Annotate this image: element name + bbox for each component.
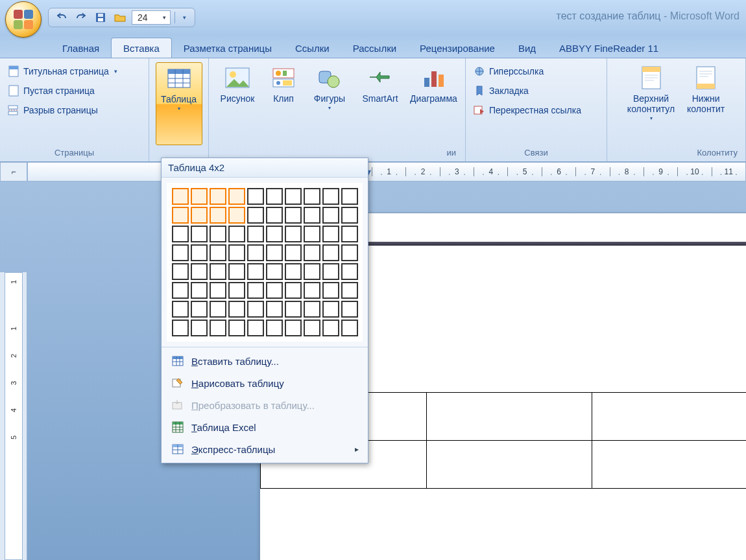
crossref-button[interactable]: Перекрестная ссылка [471, 102, 584, 118]
table-menu-item-4[interactable]: Экспресс-таблицы▸ [162, 438, 368, 460]
table-menu-item-3[interactable]: Таблица Excel [162, 416, 368, 438]
doc-table-cell[interactable] [592, 441, 746, 489]
table-grid-cell[interactable] [247, 226, 264, 242]
open-button[interactable] [112, 10, 128, 25]
doc-table-cell[interactable] [426, 393, 592, 441]
table-grid-cell[interactable] [341, 226, 358, 242]
table-menu-item-0[interactable]: Вставить таблицу... [162, 350, 368, 372]
table-grid-cell[interactable] [210, 301, 226, 318]
table-grid-cell[interactable] [228, 263, 245, 280]
table-grid-cell[interactable] [228, 282, 245, 299]
table-grid-cell[interactable] [266, 263, 283, 280]
tab-home[interactable]: Главная [51, 38, 111, 58]
tab-mailings[interactable]: Рассылки [341, 38, 408, 58]
table-grid-cell[interactable] [285, 282, 302, 299]
table-grid-cell[interactable] [210, 320, 226, 336]
table-grid-cell[interactable] [210, 282, 226, 299]
table-grid-cell[interactable] [191, 207, 208, 224]
ruler-corner[interactable]: ⌐ [0, 162, 27, 181]
table-grid-cell[interactable] [304, 282, 320, 299]
tab-insert[interactable]: Вставка [111, 38, 172, 58]
table-grid-cell[interactable] [210, 188, 226, 205]
table-grid-cell[interactable] [341, 207, 358, 224]
table-grid-cell[interactable] [285, 226, 302, 242]
table-grid-cell[interactable] [322, 226, 339, 242]
tab-page-layout[interactable]: Разметка страницы [172, 38, 283, 58]
table-grid-cell[interactable] [247, 301, 264, 318]
table-grid-cell[interactable] [210, 263, 226, 280]
table-grid-cell[interactable] [228, 207, 245, 224]
table-grid-cell[interactable] [266, 226, 283, 242]
table-grid-cell[interactable] [285, 301, 302, 318]
table-grid-cell[interactable] [341, 263, 358, 280]
table-grid-cell[interactable] [172, 263, 189, 280]
table-grid-cell[interactable] [228, 301, 245, 318]
page-break-button[interactable]: Разрыв страницы [5, 102, 120, 118]
table-grid-cell[interactable] [285, 263, 302, 280]
table-grid-cell[interactable] [191, 244, 208, 261]
table-size-grid[interactable] [167, 183, 363, 342]
tab-view[interactable]: Вид [507, 38, 547, 58]
table-grid-cell[interactable] [191, 320, 208, 336]
table-grid-cell[interactable] [266, 282, 283, 299]
table-grid-cell[interactable] [322, 282, 339, 299]
table-grid-cell[interactable] [341, 244, 358, 261]
table-grid-cell[interactable] [341, 301, 358, 318]
table-grid-cell[interactable] [228, 320, 245, 336]
horizontal-ruler[interactable]: ▾ 1234567891011 [27, 162, 746, 181]
table-grid-cell[interactable] [322, 301, 339, 318]
smartart-button[interactable]: SmartArt [357, 62, 403, 145]
table-grid-cell[interactable] [191, 188, 208, 205]
table-grid-cell[interactable] [191, 282, 208, 299]
tab-abbyy[interactable]: ABBYY FineReader 11 [547, 38, 670, 58]
table-grid-cell[interactable] [322, 244, 339, 261]
table-grid-cell[interactable] [322, 263, 339, 280]
table-grid-cell[interactable] [285, 244, 302, 261]
table-grid-cell[interactable] [228, 188, 245, 205]
font-size-combo[interactable]: 24 ▾ [132, 10, 171, 25]
table-grid-cell[interactable] [341, 188, 358, 205]
table-grid-cell[interactable] [304, 301, 320, 318]
table-grid-cell[interactable] [266, 244, 283, 261]
tab-review[interactable]: Рецензирование [408, 38, 507, 58]
table-grid-cell[interactable] [322, 188, 339, 205]
table-grid-cell[interactable] [266, 188, 283, 205]
bookmark-button[interactable]: Закладка [471, 83, 584, 99]
table-grid-cell[interactable] [228, 244, 245, 261]
table-grid-cell[interactable] [228, 226, 245, 242]
table-grid-cell[interactable] [304, 320, 320, 336]
table-grid-cell[interactable] [172, 301, 189, 318]
qat-customize-button[interactable]: ▾ [179, 14, 189, 21]
table-grid-cell[interactable] [191, 263, 208, 280]
table-grid-cell[interactable] [304, 188, 320, 205]
tab-references[interactable]: Ссылки [283, 38, 341, 58]
table-grid-cell[interactable] [210, 226, 226, 242]
table-grid-cell[interactable] [172, 188, 189, 205]
table-grid-cell[interactable] [247, 244, 264, 261]
table-grid-cell[interactable] [285, 207, 302, 224]
table-grid-cell[interactable] [247, 188, 264, 205]
save-button[interactable] [93, 10, 108, 25]
table-grid-cell[interactable] [191, 226, 208, 242]
table-grid-cell[interactable] [266, 301, 283, 318]
hyperlink-button[interactable]: Гиперссылка [471, 64, 584, 79]
table-grid-cell[interactable] [247, 282, 264, 299]
cover-page-button[interactable]: Титульная страница ▾ [5, 64, 120, 79]
table-grid-cell[interactable] [266, 207, 283, 224]
header-button[interactable]: Верхний колонтитул ▾ [623, 62, 679, 145]
clipart-button[interactable]: Клип [265, 62, 302, 145]
table-grid-cell[interactable] [247, 263, 264, 280]
table-grid-cell[interactable] [247, 207, 264, 224]
table-grid-cell[interactable] [304, 263, 320, 280]
table-grid-cell[interactable] [341, 320, 358, 336]
table-grid-cell[interactable] [322, 207, 339, 224]
table-grid-cell[interactable] [210, 207, 226, 224]
table-grid-cell[interactable] [191, 301, 208, 318]
chart-button[interactable]: Диаграмма [407, 62, 460, 145]
table-grid-cell[interactable] [172, 226, 189, 242]
table-button[interactable]: Таблица ▾ [156, 62, 202, 145]
table-grid-cell[interactable] [266, 320, 283, 336]
redo-button[interactable] [73, 10, 89, 25]
shapes-button[interactable]: Фигуры ▾ [306, 62, 353, 145]
picture-button[interactable]: Рисунок [214, 62, 261, 145]
